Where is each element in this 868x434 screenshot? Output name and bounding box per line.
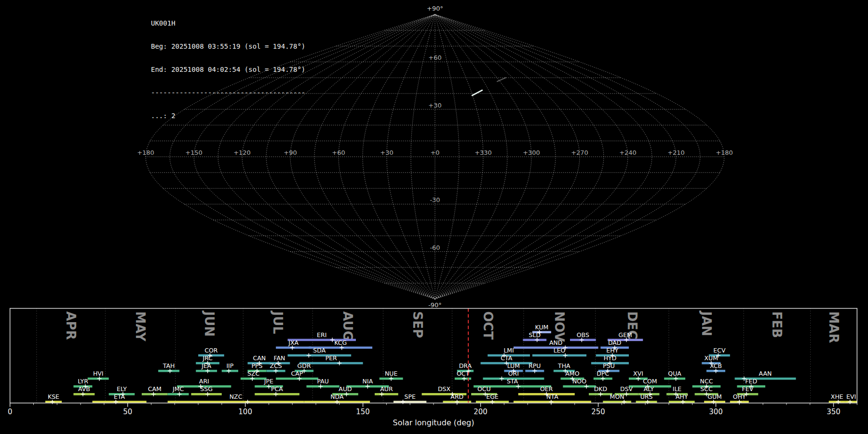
shower-code-label: AMO [565, 370, 579, 377]
shower-code-label: ILE [673, 385, 682, 393]
shower-code-label: GEM [619, 331, 632, 339]
shower-code-label: CAM [148, 385, 162, 393]
month-label: JAN [699, 311, 714, 337]
shower-code-label: COM [643, 378, 657, 385]
shower-code-label: LUM [507, 362, 520, 369]
map-longitude-label: +60 [332, 149, 345, 156]
end-time-line: End: 20251008 04:02:54 (sol = 194.78°) [151, 66, 305, 73]
shower-code-label: ETA [114, 393, 125, 400]
shower-bar [288, 354, 352, 357]
shower-code-label: NTA [546, 393, 558, 400]
month-label: AUG [340, 312, 355, 341]
map-meridian [435, 14, 556, 299]
shower-bar [307, 385, 339, 388]
shower-bar [532, 354, 586, 357]
shower-code-label: JEA [201, 362, 212, 369]
map-longitude-label: +330 [475, 149, 492, 156]
month-label: MAY [133, 312, 148, 342]
shower-code-label: EGE [486, 393, 499, 400]
shower-code-label: SZC [247, 370, 259, 377]
map-longitude-label: +150 [185, 149, 203, 156]
shower-code-label: ZCS [270, 362, 282, 369]
activity-timeline: APRMAYJUNJULAUGSEPOCTNOVDECJANFEBMAR0501… [8, 309, 857, 427]
shower-code-label: PSU [603, 362, 615, 369]
shower-code-label: AHY [676, 393, 688, 400]
shower-code-label: AUD [339, 385, 352, 393]
shower-code-label: DPC [597, 370, 609, 377]
shower-code-label: GUM [707, 393, 722, 400]
plot-canvas: +180+150+120+90+60+30+0+330+300+270+240+… [0, 0, 868, 434]
shower-code-label: KCG [334, 339, 347, 346]
shower-code-label: SDA [313, 347, 326, 354]
shower-code-label: DSX [438, 385, 451, 393]
shower-code-label: EVI [846, 393, 856, 400]
shower-bar [276, 378, 318, 380]
meteor-streak [497, 78, 506, 81]
shower-bar [523, 339, 546, 341]
axis-tick-label: 300 [709, 407, 723, 416]
station-id: UK001H [151, 19, 305, 27]
month-label: JUN [202, 311, 217, 337]
shower-code-label: AVB [78, 385, 90, 393]
map-longitude-label: +120 [233, 149, 251, 156]
shower-code-label: URS [640, 393, 653, 400]
shower-code-label: XHE [831, 393, 843, 400]
shower-code-label: OER [540, 385, 553, 393]
map-south-pole-label: -90° [428, 301, 442, 309]
shower-code-label: AUR [380, 385, 393, 393]
map-longitude-label: +180 [137, 149, 154, 156]
month-label: JUL [271, 311, 285, 334]
shower-code-label: COR [204, 347, 218, 354]
shower-code-label: JPE [264, 378, 273, 385]
x-axis-title: Solar longitude (deg) [393, 418, 475, 427]
shower-code-label: TAH [163, 362, 175, 369]
shower-code-label: CAN [253, 354, 266, 362]
begin-time-line: Beg: 20251008 03:55:19 (sol = 194.78°) [151, 42, 305, 50]
shower-code-label: NDA [330, 393, 344, 400]
shower-code-label: JMC [172, 385, 184, 393]
shower-code-label: KUM [535, 324, 549, 331]
month-label: MAR [827, 312, 841, 343]
axis-tick-label: 250 [591, 407, 605, 416]
shower-code-label: PAU [317, 378, 328, 385]
map-longitude-label: +0 [430, 149, 439, 156]
shower-code-label: NUE [385, 370, 397, 377]
shower-code-label: PCA [271, 385, 283, 393]
shower-code-label: LYR [78, 378, 88, 385]
shower-code-label: LMI [503, 347, 514, 354]
shower-code-label: DRA [459, 362, 472, 369]
shower-code-label: SLD [529, 331, 541, 339]
shower-code-label: HVI [93, 370, 104, 377]
shower-code-label: PER [326, 354, 337, 362]
meteor-streak [472, 90, 482, 95]
shower-code-label: THA [557, 362, 570, 369]
axis-tick-label: 100 [238, 407, 252, 416]
month-label: OCT [481, 312, 495, 340]
shower-code-label: SCC [700, 385, 713, 393]
shower-code-label: NCC [700, 378, 713, 385]
shower-code-label: DKD [594, 385, 607, 393]
shower-code-label: JXA [288, 339, 298, 346]
detection-count-line: ...: 2 [151, 112, 305, 120]
shower-code-label: XVI [633, 370, 643, 377]
shower-bar [375, 393, 398, 395]
shower-code-label: SSG [200, 385, 213, 393]
shower-code-label: OHY [733, 393, 746, 400]
shower-bar [563, 385, 596, 388]
map-north-pole-label: +90° [427, 5, 443, 12]
map-latitude-label: +60 [428, 54, 441, 61]
shower-code-label: NZC [230, 393, 243, 400]
map-longitude-label: +270 [571, 149, 588, 156]
shower-code-label: IIP [226, 362, 233, 369]
shower-code-label: MON [610, 393, 624, 400]
map-latitude-label: -60 [430, 244, 440, 251]
shower-code-label: FED [745, 378, 757, 385]
shower-code-label: AAN [759, 370, 772, 377]
map-longitude-label: +180 [716, 149, 733, 156]
axis-tick-label: 350 [827, 407, 841, 416]
shower-code-label: LEO [554, 347, 566, 354]
shower-code-label: NOO [572, 378, 586, 385]
shower-code-label: ALY [644, 385, 654, 393]
shower-code-label: STA [507, 378, 518, 385]
shower-code-label: CAP [291, 370, 303, 377]
